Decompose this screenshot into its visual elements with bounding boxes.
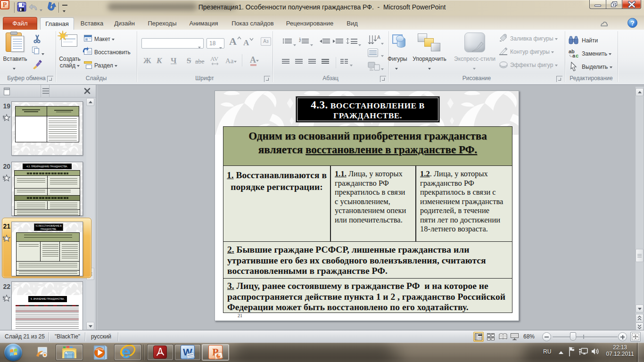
svg-text:a: a [572,53,576,58]
svg-text:e: e [121,344,131,361]
svg-text:A: A [377,35,380,40]
svg-text:c: c [576,53,578,58]
